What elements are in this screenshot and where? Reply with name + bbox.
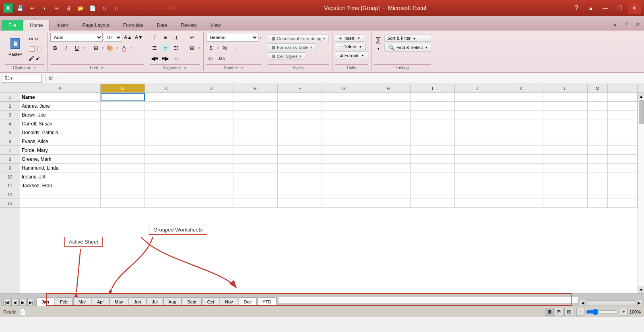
cell-i8[interactable] <box>411 155 455 163</box>
cell-a2[interactable]: Adams, Jane <box>20 102 101 110</box>
normal-view-btn[interactable]: ▦ <box>545 308 554 316</box>
sheet-tab-may[interactable]: May <box>109 297 128 306</box>
cell-l9[interactable] <box>543 164 588 172</box>
row-header-2[interactable]: 2 <box>0 102 20 111</box>
col-header-b[interactable]: B <box>101 84 145 92</box>
tab-review[interactable]: Review <box>174 20 203 31</box>
cell-rest-3[interactable] <box>608 111 638 119</box>
cell-c2[interactable] <box>145 102 189 110</box>
cell-f11[interactable] <box>278 181 322 190</box>
cell-j11[interactable] <box>455 181 499 190</box>
cell-d2[interactable] <box>189 102 233 110</box>
cell-b6[interactable] <box>101 137 145 146</box>
cell-j8[interactable] <box>455 155 499 163</box>
decrease-decimal-button[interactable]: .00↓ <box>217 54 227 63</box>
cell-i13[interactable] <box>411 199 455 207</box>
currency-arrow[interactable]: ▾ <box>217 46 219 50</box>
cell-rest-12[interactable] <box>608 190 638 199</box>
cell-m8[interactable] <box>588 155 608 163</box>
cell-m7[interactable] <box>588 146 608 154</box>
cell-d10[interactable] <box>189 172 233 181</box>
cell-e7[interactable] <box>233 146 278 154</box>
cell-j2[interactable] <box>455 102 499 110</box>
cell-g7[interactable] <box>322 146 366 154</box>
sheet-nav-next[interactable]: ▶ <box>19 299 27 306</box>
cell-b5[interactable] <box>101 128 145 137</box>
align-top-button[interactable]: ⊤ <box>150 33 159 42</box>
cell-j6[interactable] <box>455 137 499 146</box>
sheet-nav-first[interactable]: |◀ <box>3 299 10 306</box>
cell-j5[interactable] <box>455 128 499 137</box>
cell-h3[interactable] <box>366 111 411 119</box>
row-header-3[interactable]: 3 <box>0 111 20 119</box>
merge-arrow[interactable]: ▾ <box>198 46 200 50</box>
cell-d8[interactable] <box>189 155 233 163</box>
cell-f12[interactable] <box>278 190 322 199</box>
cell-m10[interactable] <box>588 172 608 181</box>
cell-k7[interactable] <box>499 146 543 154</box>
cell-a5[interactable]: Donalds, Patricia <box>20 128 101 137</box>
cell-rest-8[interactable] <box>608 155 638 163</box>
paste-dropdown-arrow[interactable]: ▾ <box>20 52 22 56</box>
horizontal-scrollbar[interactable] <box>279 297 578 303</box>
cell-k1[interactable] <box>499 93 543 101</box>
cell-rest-9[interactable] <box>608 164 638 172</box>
cell-m12[interactable] <box>588 190 608 199</box>
cell-i9[interactable] <box>411 164 455 172</box>
cell-e5[interactable] <box>233 128 278 137</box>
row-header-12[interactable]: 12 <box>0 190 20 199</box>
cell-h11[interactable] <box>366 181 411 190</box>
cell-l4[interactable] <box>543 119 588 128</box>
cell-g4[interactable] <box>322 119 366 128</box>
cell-a13[interactable] <box>20 199 101 207</box>
tab-file[interactable]: File <box>2 20 23 31</box>
quick-access-print[interactable]: 🖨 <box>64 3 73 13</box>
cell-e10[interactable] <box>233 172 278 181</box>
font-face-select[interactable]: Arial <box>50 33 103 42</box>
align-center-button[interactable]: ≡ <box>161 43 170 52</box>
ribbon-help-btn[interactable]: ? <box>621 19 631 29</box>
tab-view[interactable]: View <box>204 20 228 31</box>
merge-button[interactable]: ⊞ <box>187 43 197 52</box>
cell-m2[interactable] <box>588 102 608 110</box>
ribbon-up-btn[interactable]: ▲ <box>610 19 620 29</box>
col-header-g[interactable]: G <box>322 84 366 92</box>
cell-f10[interactable] <box>278 172 322 181</box>
bold-button[interactable]: B <box>50 43 60 52</box>
cell-l5[interactable] <box>543 128 588 137</box>
row-header-7[interactable]: 7 <box>0 146 20 155</box>
cell-h1[interactable] <box>366 93 411 101</box>
cell-j9[interactable] <box>455 164 499 172</box>
cell-k12[interactable] <box>499 190 543 199</box>
cell-f8[interactable] <box>278 155 322 163</box>
cell-g3[interactable] <box>322 111 366 119</box>
col-header-h[interactable]: H <box>366 84 411 92</box>
cell-d11[interactable] <box>189 181 233 190</box>
cell-d9[interactable] <box>189 164 233 172</box>
vertical-scrollbar[interactable]: ▲ ▼ <box>638 93 644 293</box>
quick-access-save[interactable]: 💾 <box>15 3 25 13</box>
row-header-11[interactable]: 11 <box>0 181 20 190</box>
cell-d3[interactable] <box>189 111 233 119</box>
cell-k8[interactable] <box>499 155 543 163</box>
cell-l10[interactable] <box>543 172 588 181</box>
cell-g1[interactable] <box>322 93 366 101</box>
scroll-track-v[interactable] <box>638 99 644 287</box>
corner-cell[interactable] <box>0 84 20 93</box>
sheet-tab-apr[interactable]: Apr <box>92 297 109 306</box>
cell-e11[interactable] <box>233 181 278 190</box>
row-header-5[interactable]: 5 <box>0 128 20 137</box>
cell-k11[interactable] <box>499 181 543 190</box>
cell-i6[interactable] <box>411 137 455 146</box>
align-right-button[interactable]: ☷ <box>171 43 181 52</box>
col-header-f[interactable]: F <box>278 84 322 92</box>
sort-filter-arrow[interactable]: ▾ <box>413 37 415 41</box>
cell-rest-2[interactable] <box>608 102 638 110</box>
copy-button[interactable]: 📋 📋 <box>27 44 44 53</box>
scroll-left-btn[interactable]: ◀ <box>580 299 586 306</box>
cell-d7[interactable] <box>189 146 233 154</box>
sheet-nav-prev[interactable]: ◀ <box>11 299 19 306</box>
cell-c5[interactable] <box>145 128 189 137</box>
cell-g11[interactable] <box>322 181 366 190</box>
quick-access-open[interactable]: 📂 <box>76 3 85 13</box>
